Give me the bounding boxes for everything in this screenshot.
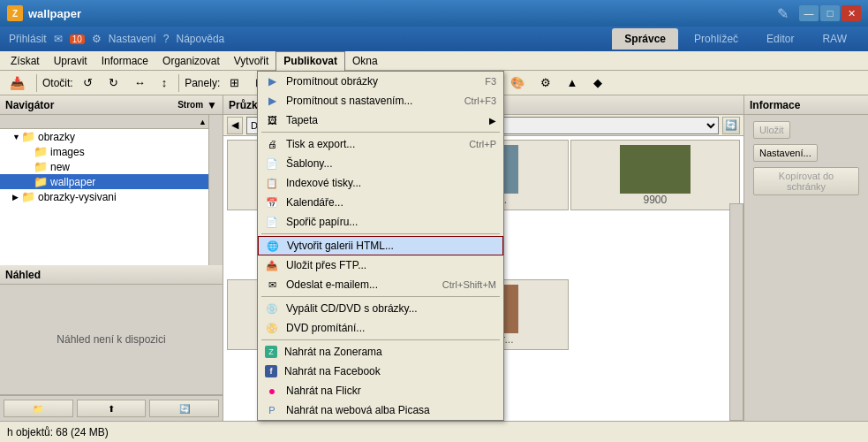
tab-prohlizec[interactable]: Prohlížeč — [682, 28, 751, 50]
copy-clipboard-button[interactable]: Kopírovat do schránky — [753, 167, 859, 195]
thumb-label-3: 9900 — [643, 194, 667, 206]
dd-label-sporic: Spořič papíru... — [286, 216, 358, 228]
menu-promítnout-obrazky[interactable]: ▶ Promítnout obrázky F3 — [258, 72, 503, 91]
menu-informace[interactable]: Informace — [94, 51, 155, 71]
cd-icon: 💿 — [265, 301, 279, 316]
menu-dvd-promitani[interactable]: 📀 DVD promítání... — [258, 318, 503, 338]
menu-vytvorit[interactable]: Vytvořit — [227, 51, 276, 71]
window-title: wallpaper — [28, 7, 777, 20]
browser-scrollbar[interactable] — [729, 203, 743, 421]
menu-indexove-tisky[interactable]: 📋 Indexové tisky... — [258, 173, 503, 193]
sharpen-button[interactable]: ◆ — [587, 73, 608, 93]
menu-organizovat[interactable]: Organizovat — [155, 51, 227, 71]
edit-icon[interactable]: ✎ — [777, 5, 789, 22]
dd-label-sablony: Šablony... — [286, 157, 332, 170]
picasa-icon: P — [265, 403, 279, 417]
menu-promítnout-s-nastavenim[interactable]: ▶ Promítnout s nastavením... Ctrl+F3 — [258, 91, 503, 110]
menu-upravit[interactable]: Upravit — [47, 51, 94, 71]
maximize-button[interactable]: □ — [820, 5, 840, 21]
dd-label-cd: Vypálit CD/DVD s obrázky... — [286, 302, 418, 315]
view-mode-label: Strom — [177, 100, 203, 110]
sync-button[interactable]: 🔄 — [149, 400, 219, 417]
tree-label-images: images — [50, 146, 85, 158]
menu-odeslat-email[interactable]: ✉ Odeslat e-mailem... Ctrl+Shift+M — [258, 275, 503, 294]
tapeta-arrow-icon: ▶ — [489, 116, 496, 126]
dvd-icon: 📀 — [265, 321, 279, 335]
tab-raw[interactable]: RAW — [810, 28, 859, 50]
gear-icon: ⚙ — [92, 33, 102, 45]
menu-facebook[interactable]: f Nahrát na Facebook — [258, 362, 503, 381]
back-button[interactable]: ◀ — [227, 117, 243, 134]
tree-item-wallpaper[interactable]: 📁 wallpaper — [0, 174, 208, 189]
separator-4 — [261, 339, 500, 340]
tab-editor[interactable]: Editor — [754, 28, 806, 50]
settings-button[interactable]: Nastavení... — [753, 144, 818, 162]
rotate-cw-button[interactable]: ↻ — [102, 73, 125, 93]
flickr-icon: ● — [265, 384, 279, 398]
login-label[interactable]: Přihlásit — [9, 33, 47, 45]
menu-flickr[interactable]: ● Nahrát na Flickr — [258, 381, 503, 400]
menu-kalendare[interactable]: 📅 Kalendáře... — [258, 193, 503, 212]
tree-item-obrazky[interactable]: ▼ 📁 obrazky — [0, 129, 208, 144]
tree-scrollbar-up[interactable]: ▲ — [0, 115, 208, 129]
help-label[interactable]: Nápověda — [177, 33, 225, 45]
dd-shortcut-email: Ctrl+Shift+M — [442, 279, 496, 290]
html-icon: 🌐 — [266, 239, 280, 253]
navigator-label: Navigátor — [5, 99, 54, 111]
preview-text: Náhled není k dispozici — [57, 333, 165, 346]
folder-icon-wallpaper: 📁 — [34, 175, 48, 188]
folder-new-button[interactable]: 📁 — [4, 400, 73, 417]
thumb-img-3 — [620, 145, 691, 194]
help-icon: ? — [163, 33, 170, 45]
menu-picasa[interactable]: P Nahrát na webová alba Picasa — [258, 400, 503, 420]
rotate-ccw-button[interactable]: ↺ — [77, 73, 99, 93]
preview-area: Náhled není k dispozici — [0, 285, 223, 395]
menu-sablony[interactable]: 📄 Šablony... — [258, 154, 503, 173]
dd-label-tisk: Tisk a export... — [286, 138, 355, 150]
menu-publikovat[interactable]: Publikovat — [275, 51, 345, 71]
tree-label-vysivani: obrazky-vysivani — [38, 191, 117, 203]
settings-label[interactable]: Nastavení — [109, 33, 156, 45]
folder-icon-images: 📁 — [34, 145, 48, 158]
menu-tapeta[interactable]: 🖼 Tapeta ▶ — [258, 110, 503, 130]
menu-ziskat[interactable]: Získat — [4, 51, 47, 71]
flip-v-button[interactable]: ↕ — [155, 73, 174, 93]
menu-ulozit-ftp[interactable]: 📤 Uložit přes FTP... — [258, 255, 503, 275]
menu-tisk-export[interactable]: 🖨 Tisk a export... Ctrl+P — [258, 134, 503, 154]
menu-okna[interactable]: Okna — [345, 51, 385, 71]
folder-up-button[interactable]: ⬆ — [77, 400, 147, 417]
info-header: Informace — [744, 95, 868, 115]
panel-btn-1[interactable]: ⊞ — [223, 73, 245, 93]
tree-item-images[interactable]: 📁 images — [0, 144, 208, 159]
navigator-scrollbar[interactable] — [208, 115, 223, 265]
menu-html-gallery[interactable]: 🌐 Vytvořit galerii HTML... — [258, 236, 503, 255]
dd-label-promítnout: Promítnout obrázky — [286, 75, 378, 88]
separator-1 — [261, 132, 500, 133]
save-button[interactable]: Uložit — [753, 121, 790, 139]
get-button[interactable]: 📥 — [4, 73, 31, 93]
minimize-button[interactable]: — — [799, 5, 819, 21]
left-panel: Navigátor Strom ▼ ▲ ▼ 📁 obrazky — [0, 95, 223, 421]
color-button[interactable]: 🎨 — [504, 73, 531, 93]
refresh-button[interactable]: 🔄 — [722, 117, 740, 134]
slideshow-settings-icon: ▶ — [265, 94, 279, 108]
close-button[interactable]: ✕ — [842, 5, 861, 21]
flip-h-button[interactable]: ↔ — [128, 73, 152, 93]
menu-sporic-papiru[interactable]: 📄 Spořič papíru... — [258, 212, 503, 232]
toolbar-sep-2 — [178, 74, 179, 92]
separator-3 — [261, 296, 500, 297]
menu-zonerama[interactable]: Z Nahrát na Zonerama — [258, 342, 503, 362]
tree-item-new[interactable]: 📁 new — [0, 159, 208, 174]
thumb-3[interactable]: 9900 — [570, 140, 740, 210]
facebook-icon: f — [265, 365, 277, 377]
tree-item-vysivani[interactable]: ▶ 📁 obrazky-vysivani — [0, 189, 208, 204]
tab-spravce[interactable]: Správce — [612, 28, 678, 50]
tree-label-wallpaper: wallpaper — [50, 176, 95, 188]
dropdown-arrow-icon[interactable]: ▼ — [207, 99, 217, 111]
separator-2 — [261, 233, 500, 234]
menu-vypalit-cd[interactable]: 💿 Vypálit CD/DVD s obrázky... — [258, 299, 503, 318]
adjust-button[interactable]: ⚙ — [534, 73, 557, 93]
filter-button[interactable]: ▲ — [561, 73, 585, 93]
expand-icon: ▼ — [12, 133, 21, 141]
ftp-icon: 📤 — [265, 258, 279, 272]
